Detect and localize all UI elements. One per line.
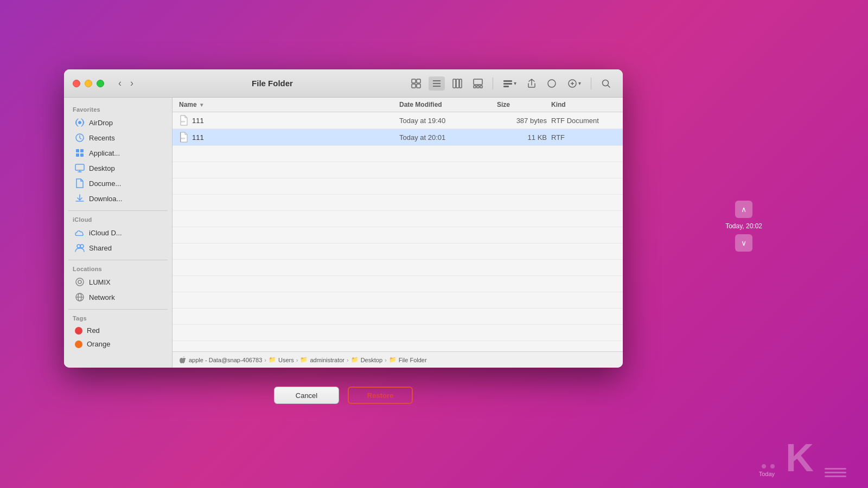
sidebar-divider-2 — [68, 260, 168, 260]
time-down-button[interactable]: ∨ — [735, 234, 752, 252]
folder-icon-4: 📁 — [389, 356, 397, 364]
breadcrumb-sep-1: › — [264, 357, 266, 363]
sidebar-item-airdrop[interactable]: AirDrop — [66, 115, 170, 130]
sidebar-tag-red-label: Red — [87, 326, 100, 335]
svg-rect-13 — [480, 86, 482, 88]
sidebar-item-applications[interactable]: Applicat... — [66, 145, 170, 160]
col-size[interactable]: Size — [497, 101, 551, 108]
table-row[interactable]: RTF 111 Today at 19:40 387 bytes RTF Doc… — [173, 112, 623, 129]
orange-tag-dot — [75, 341, 82, 348]
view-list-button[interactable] — [429, 76, 445, 91]
svg-rect-9 — [459, 79, 462, 88]
sidebar-item-recents[interactable]: Recents — [66, 130, 170, 145]
view-column-button[interactable] — [449, 76, 465, 91]
deco-k-letter: K — [786, 438, 814, 477]
share-button[interactable] — [524, 76, 539, 91]
col-kind[interactable]: Kind — [551, 101, 616, 108]
restore-button[interactable]: Restore — [348, 387, 413, 404]
icloud-drive-icon — [75, 228, 85, 237]
breadcrumb-users[interactable]: 📁 Users — [269, 356, 294, 364]
svg-rect-28 — [75, 164, 84, 170]
svg-rect-15 — [503, 83, 512, 85]
sidebar-icloud-label: iCloud D... — [89, 229, 122, 237]
breadcrumb-desktop[interactable]: 📁 Desktop — [351, 356, 382, 364]
forward-button[interactable]: › — [127, 76, 137, 90]
breadcrumb-apple-label: apple - Data@snap-406783 — [189, 357, 262, 363]
svg-text:RTF: RTF — [181, 120, 186, 123]
more-button[interactable]: ▾ — [564, 76, 584, 91]
sidebar-item-downloads[interactable]: Downloa... — [66, 191, 170, 206]
breadcrumb-sep-2: › — [296, 357, 298, 363]
file-icon-2: RTF — [179, 132, 189, 143]
view-icon-button[interactable] — [408, 76, 424, 91]
file-date-2: Today at 20:01 — [399, 133, 497, 142]
svg-rect-24 — [76, 149, 79, 152]
breadcrumb-apple[interactable]: apple - Data@snap-406783 — [179, 356, 262, 364]
empty-row — [173, 162, 623, 178]
sidebar-item-tag-orange[interactable]: Orange — [66, 337, 170, 351]
col-name[interactable]: Name ▼ — [179, 101, 399, 108]
action-buttons: Cancel Restore — [64, 387, 623, 404]
svg-point-21 — [603, 80, 609, 86]
sidebar-favorites: Favorites AirDrop — [64, 104, 172, 206]
cancel-button[interactable]: Cancel — [274, 387, 339, 404]
deco-dot-2 — [770, 464, 775, 468]
sidebar-item-documents[interactable]: Docume... — [66, 176, 170, 191]
svg-rect-25 — [80, 149, 84, 152]
sidebar-item-network[interactable]: Network — [66, 290, 170, 305]
time-up-button[interactable]: ∧ — [735, 201, 752, 218]
sidebar-item-lumix[interactable]: LUMIX — [66, 274, 170, 290]
sidebar-desktop-label: Desktop — [89, 164, 115, 172]
close-button[interactable] — [73, 80, 80, 87]
sidebar-item-desktop[interactable]: Desktop — [66, 160, 170, 176]
divider-2 — [591, 78, 591, 89]
breadcrumb-desktop-label: Desktop — [361, 357, 382, 363]
sidebar-recents-label: Recents — [89, 134, 115, 142]
svg-text:RTF: RTF — [181, 137, 186, 140]
empty-row — [173, 309, 623, 325]
svg-rect-7 — [453, 79, 456, 88]
downloads-icon — [75, 194, 85, 203]
sort-arrow: ▼ — [199, 102, 205, 108]
svg-rect-39 — [180, 132, 181, 142]
svg-point-33 — [76, 278, 84, 286]
apple-icon — [179, 356, 187, 364]
sidebar: Favorites AirDrop — [64, 98, 173, 368]
deco-today: Today — [759, 471, 775, 477]
deco-bars — [825, 468, 846, 477]
file-size-1: 387 bytes — [497, 117, 551, 125]
breadcrumb-filefolder-label: File Folder — [399, 357, 427, 363]
sidebar-shared-label: Shared — [89, 244, 112, 252]
breadcrumb-administrator[interactable]: 📁 administrator — [300, 356, 344, 364]
empty-row — [173, 243, 623, 260]
empty-row — [173, 260, 623, 276]
file-name-2: RTF 111 — [179, 132, 399, 143]
table-row[interactable]: RTF 111 Today at 20:01 11 KB RTF — [173, 129, 623, 146]
file-date-1: Today at 19:40 — [399, 117, 497, 125]
view-gallery-button[interactable] — [470, 76, 486, 91]
svg-rect-11 — [474, 86, 476, 88]
group-button[interactable]: ▾ — [500, 76, 520, 91]
file-kind-2: RTF — [551, 133, 616, 142]
sidebar-item-tag-red[interactable]: Red — [66, 324, 170, 337]
col-date[interactable]: Date Modified — [399, 101, 497, 108]
lumix-icon — [75, 277, 85, 287]
back-button[interactable]: ‹ — [115, 76, 125, 90]
sidebar-airdrop-label: AirDrop — [89, 119, 113, 127]
sidebar-item-icloud-drive[interactable]: iCloud D... — [66, 225, 170, 240]
minimize-button[interactable] — [85, 80, 92, 87]
tag-button[interactable] — [544, 76, 560, 91]
empty-row — [173, 211, 623, 227]
sidebar-tags: Tags Red Orange — [64, 313, 172, 351]
empty-row — [173, 325, 623, 341]
time-label: Today, 20:02 — [725, 222, 762, 230]
finder-window: ‹ › File Folder — [64, 69, 623, 368]
breadcrumb-filefolder[interactable]: 📁 File Folder — [389, 356, 427, 364]
sidebar-icloud: iCloud iCloud D... — [64, 214, 172, 255]
favorites-header: Favorites — [64, 104, 172, 115]
sidebar-documents-label: Docume... — [89, 179, 121, 188]
folder-icon-1: 📁 — [269, 356, 276, 364]
maximize-button[interactable] — [97, 80, 104, 87]
sidebar-item-shared[interactable]: Shared — [66, 240, 170, 255]
search-button[interactable] — [598, 76, 614, 91]
